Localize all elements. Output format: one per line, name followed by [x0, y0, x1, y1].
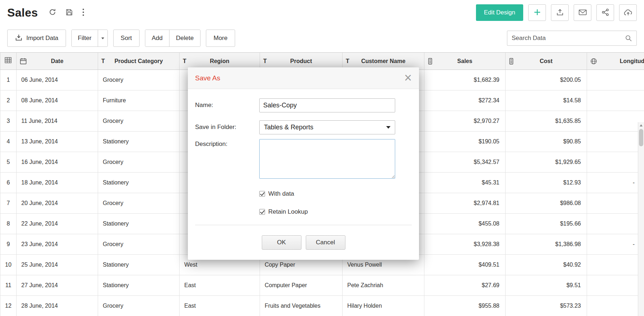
cell-category[interactable]: Grocery: [98, 234, 180, 255]
cell-sales[interactable]: $3,928.38: [424, 234, 506, 255]
ok-button[interactable]: OK: [262, 235, 301, 250]
cell-num[interactable]: 10: [0, 255, 17, 275]
cell-category[interactable]: Grocery: [98, 70, 180, 90]
select-all-header[interactable]: [0, 52, 17, 70]
cell-customer[interactable]: Pete Zachriah: [343, 275, 424, 296]
cell-num[interactable]: 6: [0, 173, 17, 193]
edit-design-button[interactable]: Edit Design: [476, 4, 523, 21]
table-row[interactable]: 1228 June, 2014GroceryEastFruits and Veg…: [0, 296, 644, 316]
cell-cost[interactable]: $9.51: [506, 275, 587, 296]
cell-num[interactable]: 12: [0, 296, 17, 316]
more-options-button[interactable]: [82, 8, 84, 17]
filter-button[interactable]: Filter: [72, 30, 98, 46]
cell-num[interactable]: 9: [0, 234, 17, 255]
cell-longitude[interactable]: [587, 70, 644, 90]
delete-button[interactable]: Delete: [169, 30, 200, 46]
cell-num[interactable]: 3: [0, 111, 17, 132]
cell-longitude[interactable]: [587, 255, 644, 275]
cell-category[interactable]: Grocery: [98, 193, 180, 214]
cell-category[interactable]: Stationery: [98, 132, 180, 152]
vertical-scrollbar[interactable]: [638, 122, 644, 316]
cell-cost[interactable]: $1,929.65: [506, 152, 587, 173]
column-header-date[interactable]: Date: [17, 52, 98, 70]
cell-num[interactable]: 7: [0, 193, 17, 214]
cell-region[interactable]: East: [180, 296, 260, 316]
with-data-checkbox[interactable]: [259, 191, 265, 197]
cell-longitude[interactable]: [587, 193, 644, 214]
column-header-product-category[interactable]: T Product Category: [98, 52, 180, 70]
cancel-button[interactable]: Cancel: [306, 235, 345, 250]
column-header-cost[interactable]: Cost: [506, 52, 587, 70]
share-button[interactable]: [596, 4, 614, 21]
cell-num[interactable]: 2: [0, 90, 17, 111]
cell-sales[interactable]: $955.88: [424, 296, 506, 316]
cell-date[interactable]: 18 June, 2014: [17, 173, 98, 193]
cell-category[interactable]: Grocery: [98, 296, 180, 316]
cell-category[interactable]: Furniture: [98, 90, 180, 111]
add-button[interactable]: Add: [145, 30, 169, 46]
cell-date[interactable]: 25 June, 2014: [17, 255, 98, 275]
cell-date[interactable]: 28 June, 2014: [17, 296, 98, 316]
cell-longitude[interactable]: [587, 111, 644, 132]
cell-sales[interactable]: $5,342.57: [424, 152, 506, 173]
cell-date[interactable]: 27 June, 2014: [17, 275, 98, 296]
cell-product[interactable]: Fruits and Vegetables: [260, 296, 343, 316]
cell-cost[interactable]: $1,386.98: [506, 234, 587, 255]
cell-category[interactable]: Grocery: [98, 111, 180, 132]
add-new-button[interactable]: [528, 4, 546, 21]
retain-lookup-option[interactable]: Retain Lookup: [259, 208, 412, 215]
retain-lookup-checkbox[interactable]: [259, 209, 265, 215]
cell-sales[interactable]: $2,974.81: [424, 193, 506, 214]
cell-longitude[interactable]: [587, 296, 644, 316]
cell-sales[interactable]: $1,682.39: [424, 70, 506, 90]
column-header-sales[interactable]: Sales: [424, 52, 506, 70]
cell-date[interactable]: 13 June, 2014: [17, 132, 98, 152]
cell-sales[interactable]: $2,970.27: [424, 111, 506, 132]
cell-cost[interactable]: $573.23: [506, 296, 587, 316]
cell-cost[interactable]: $90.85: [506, 132, 587, 152]
cell-longitude[interactable]: -: [587, 234, 644, 255]
scrollbar-thumb[interactable]: [639, 129, 643, 146]
column-header-longitude[interactable]: Longitude: [587, 52, 644, 70]
cell-cost[interactable]: $986.08: [506, 193, 587, 214]
refresh-button[interactable]: [49, 8, 56, 17]
cell-cost[interactable]: $12.93: [506, 173, 587, 193]
with-data-option[interactable]: With data: [259, 190, 412, 197]
cell-num[interactable]: 11: [0, 275, 17, 296]
search-icon[interactable]: [625, 35, 632, 42]
cell-region[interactable]: East: [180, 275, 260, 296]
cell-sales[interactable]: $45.31: [424, 173, 506, 193]
cell-date[interactable]: 20 June, 2014: [17, 193, 98, 214]
cell-date[interactable]: 16 June, 2014: [17, 152, 98, 173]
cell-longitude[interactable]: [587, 90, 644, 111]
cell-cost[interactable]: $1,635.85: [506, 111, 587, 132]
filter-dropdown-button[interactable]: [98, 30, 107, 46]
sort-button[interactable]: Sort: [113, 30, 140, 47]
cell-cost[interactable]: $200.05: [506, 70, 587, 90]
cell-date[interactable]: 06 June, 2014: [17, 70, 98, 90]
with-data-label[interactable]: With data: [268, 190, 294, 197]
cell-num[interactable]: 5: [0, 152, 17, 173]
cell-date[interactable]: 11 June, 2014: [17, 111, 98, 132]
table-row[interactable]: 1127 June, 2014StationeryEastComputer Pa…: [0, 275, 644, 296]
save-button[interactable]: [66, 9, 73, 17]
cell-sales[interactable]: $409.51: [424, 255, 506, 275]
cell-sales[interactable]: $272.34: [424, 90, 506, 111]
scroll-up-button[interactable]: [638, 122, 644, 128]
cell-date[interactable]: 23 June, 2014: [17, 234, 98, 255]
cell-category[interactable]: Stationery: [98, 255, 180, 275]
cell-num[interactable]: 4: [0, 132, 17, 152]
cell-category[interactable]: Stationery: [98, 173, 180, 193]
close-button[interactable]: ×: [404, 73, 412, 83]
cell-date[interactable]: 22 June, 2014: [17, 214, 98, 234]
cell-category[interactable]: Stationery: [98, 214, 180, 234]
cell-longitude[interactable]: [587, 214, 644, 234]
more-button[interactable]: More: [206, 30, 235, 47]
cell-date[interactable]: 08 June, 2014: [17, 90, 98, 111]
cell-category[interactable]: Grocery: [98, 152, 180, 173]
cell-cost[interactable]: $14.58: [506, 90, 587, 111]
cell-longitude[interactable]: [587, 152, 644, 173]
folder-select[interactable]: Tables & Reports: [259, 120, 395, 134]
cell-sales[interactable]: $27.69: [424, 275, 506, 296]
retain-lookup-label[interactable]: Retain Lookup: [268, 208, 308, 215]
